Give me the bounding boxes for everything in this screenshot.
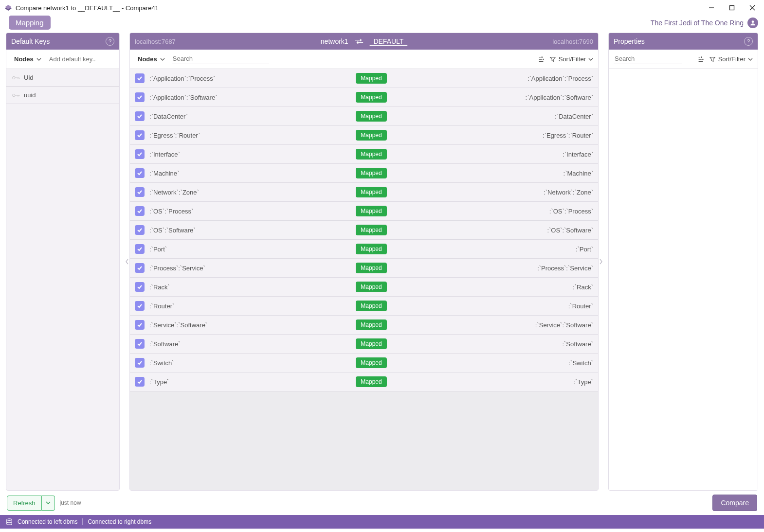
mapping-checkbox[interactable] — [135, 282, 145, 292]
mapping-left-label: :`Application`:`Process` — [149, 75, 261, 82]
mapping-row[interactable]: :`Type` Mapped :`Type` — [130, 372, 598, 391]
check-icon — [137, 246, 143, 252]
mapping-right-label: :`Service`:`Software` — [481, 321, 593, 329]
mapping-right-label: :`Interface` — [481, 151, 593, 158]
mapping-checkbox[interactable] — [135, 149, 145, 159]
mapping-left-label: :`Interface` — [149, 151, 261, 158]
check-icon — [137, 265, 143, 271]
mapping-checkbox[interactable] — [135, 320, 145, 330]
mapping-checkbox[interactable] — [135, 301, 145, 311]
check-icon — [137, 189, 143, 195]
mapping-row[interactable]: :`Switch` Mapped :`Switch` — [130, 354, 598, 372]
check-icon — [137, 170, 143, 176]
nodes-selector[interactable]: Nodes — [135, 53, 168, 65]
properties-search-input[interactable] — [614, 54, 682, 63]
sort-filter-button[interactable]: Sort/Filter — [549, 55, 593, 63]
mapping-row[interactable]: :`OS`:`Software` Mapped :`OS`:`Software` — [130, 221, 598, 240]
mapping-left-label: :`Application`:`Software` — [149, 94, 261, 101]
filter-icon — [549, 56, 556, 63]
mapping-checkbox[interactable] — [135, 339, 145, 349]
mapping-row[interactable]: :`Interface` Mapped :`Interface` — [130, 145, 598, 164]
mapping-row[interactable]: :`Software` Mapped :`Software` — [130, 335, 598, 354]
mapping-checkbox[interactable] — [135, 244, 145, 254]
help-icon[interactable]: ? — [106, 37, 114, 46]
svg-point-11 — [702, 58, 704, 60]
tab-mapping[interactable]: Mapping — [9, 16, 51, 30]
key-icon — [12, 75, 20, 80]
mapping-right-label: :`Network`:`Zone` — [481, 189, 593, 196]
mapping-checkbox[interactable] — [135, 206, 145, 216]
config-icon[interactable] — [696, 55, 705, 64]
mapping-row[interactable]: :`Egress`:`Router` Mapped :`Egress`:`Rou… — [130, 126, 598, 145]
mapping-row[interactable]: :`Machine` Mapped :`Machine` — [130, 164, 598, 183]
mapping-checkbox[interactable] — [135, 130, 145, 140]
add-default-key-input[interactable] — [48, 55, 132, 63]
mapping-row[interactable]: :`DataCenter` Mapped :`DataCenter` — [130, 107, 598, 126]
default-key-label: uuid — [24, 91, 36, 99]
status-badge: Mapped — [356, 244, 386, 254]
mapping-checkbox[interactable] — [135, 73, 145, 83]
mapping-checkbox[interactable] — [135, 377, 145, 387]
user-area[interactable]: The First Jedi of The One Ring — [651, 18, 758, 28]
svg-point-7 — [541, 56, 543, 58]
svg-point-9 — [540, 61, 541, 62]
status-badge: Mapped — [356, 111, 386, 122]
close-button[interactable] — [747, 3, 757, 13]
mapping-checkbox[interactable] — [135, 225, 145, 235]
right-host: localhost:7690 — [552, 38, 593, 45]
refresh-menu-button[interactable] — [42, 496, 55, 511]
collapse-left-handle[interactable] — [125, 33, 129, 491]
swap-icon[interactable] — [354, 38, 364, 45]
mapping-right-label: :`Egress`:`Router` — [481, 132, 593, 139]
status-badge: Mapped — [356, 168, 386, 178]
default-keys-selector[interactable]: Nodes — [11, 53, 44, 65]
mapping-checkbox[interactable] — [135, 168, 145, 178]
status-left: Connected to left dbms — [18, 518, 77, 525]
tab-strip: Mapping The First Jedi of The One Ring — [0, 16, 764, 33]
refresh-button[interactable]: Refresh — [7, 496, 42, 511]
mapping-right-label: :`Application`:`Process` — [481, 75, 593, 82]
maximize-button[interactable] — [727, 3, 737, 13]
sort-filter-button[interactable]: Sort/Filter — [709, 55, 753, 63]
mapping-checkbox[interactable] — [135, 92, 145, 102]
sort-filter-label: Sort/Filter — [559, 55, 586, 63]
collapse-right-handle[interactable] — [599, 33, 603, 491]
default-key-row[interactable]: uuid — [6, 87, 119, 104]
left-db-name: network1 — [321, 37, 348, 45]
mapping-row[interactable]: :`Application`:`Process` Mapped :`Applic… — [130, 69, 598, 88]
mapping-checkbox[interactable] — [135, 187, 145, 197]
minimize-button[interactable] — [707, 3, 716, 13]
check-icon — [137, 284, 143, 290]
window-title: Compare network1 to __DEFAULT__ - Compar… — [16, 4, 159, 12]
right-db-name: _DEFAULT_ — [370, 37, 408, 45]
mapping-row[interactable]: :`Port` Mapped :`Port` — [130, 240, 598, 259]
check-icon — [137, 151, 143, 157]
mapping-row[interactable]: :`Process`:`Service` Mapped :`Process`:`… — [130, 259, 598, 278]
status-right: Connected to right dbms — [88, 518, 151, 525]
default-key-row[interactable]: Uid — [6, 69, 119, 87]
status-badge: Mapped — [356, 225, 386, 235]
mapping-row[interactable]: :`Network`:`Zone` Mapped :`Network`:`Zon… — [130, 183, 598, 202]
status-badge: Mapped — [356, 282, 386, 292]
nodes-search-input[interactable] — [172, 54, 269, 63]
check-icon — [137, 75, 143, 81]
mapping-checkbox[interactable] — [135, 263, 145, 273]
mapping-list[interactable]: :`Application`:`Process` Mapped :`Applic… — [130, 69, 598, 490]
mapping-checkbox[interactable] — [135, 111, 145, 121]
compare-button[interactable]: Compare — [712, 495, 757, 511]
mapping-right-label: :`Application`:`Software` — [481, 94, 593, 101]
mapping-right-label: :`OS`:`Software` — [481, 227, 593, 234]
help-icon[interactable]: ? — [744, 37, 753, 46]
mapping-left-label: :`Process`:`Service` — [149, 265, 261, 272]
refresh-timestamp: just now — [60, 499, 81, 506]
config-icon[interactable] — [537, 55, 546, 64]
selector-label: Nodes — [14, 55, 34, 63]
mapping-row[interactable]: :`Service`:`Software` Mapped :`Service`:… — [130, 316, 598, 335]
mapping-row[interactable]: :`Application`:`Software` Mapped :`Appli… — [130, 88, 598, 107]
mapping-checkbox[interactable] — [135, 358, 145, 368]
key-icon — [12, 93, 20, 98]
mapping-row[interactable]: :`Rack` Mapped :`Rack` — [130, 278, 598, 297]
mapping-right-label: :`OS`:`Process` — [481, 208, 593, 215]
mapping-row[interactable]: :`Router` Mapped :`Router` — [130, 297, 598, 316]
mapping-row[interactable]: :`OS`:`Process` Mapped :`OS`:`Process` — [130, 202, 598, 221]
